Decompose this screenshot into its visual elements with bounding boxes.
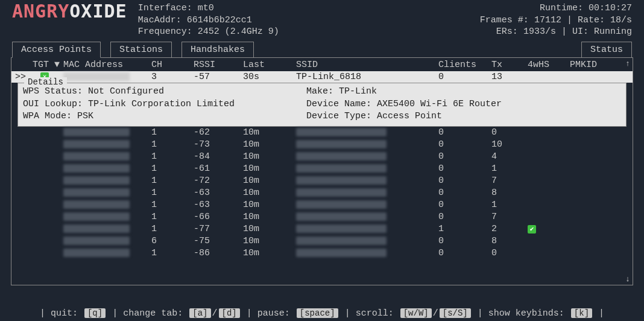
col-ch[interactable]: CH: [151, 60, 194, 70]
cell-clients: 0: [438, 175, 491, 187]
cell-last: 10m: [243, 187, 296, 199]
col-pmkid[interactable]: PMKID: [570, 60, 611, 70]
ssid-redacted: [296, 224, 387, 233]
table-row[interactable]: 1-6110m01: [11, 163, 633, 175]
cell-tx: 8: [491, 235, 528, 247]
cell-4whs: [528, 247, 570, 259]
cell-4whs: [528, 163, 570, 175]
col-last[interactable]: Last: [243, 60, 296, 70]
cell-4whs: [528, 211, 570, 223]
mac-redacted: [63, 237, 130, 245]
table-row[interactable]: 1-7310m010: [11, 139, 633, 151]
cell-tx: 1: [491, 163, 528, 175]
cell-ch: 1: [151, 163, 194, 175]
scroll-down-icon: ↓: [625, 275, 630, 284]
tab-handshakes[interactable]: Handshakes: [182, 42, 254, 58]
cell-clients: 0: [438, 163, 491, 175]
cell-tx: 8: [491, 187, 528, 199]
top-bar: ANGRYOXIDE Interface: mt0 MacAddr: 6614b…: [0, 0, 644, 39]
scroll-label: scroll:: [356, 308, 394, 319]
runtime-value: 00:10:27: [589, 3, 632, 13]
rate-label: Rate:: [578, 15, 605, 25]
scroll-up-icon: ↑: [625, 59, 630, 68]
cell-4whs: [528, 235, 570, 247]
frames-value: 17112: [534, 15, 561, 25]
tab-access-points[interactable]: Access Points: [12, 42, 101, 58]
wpa-value: PSK: [77, 111, 93, 121]
key-q[interactable]: [q]: [84, 308, 106, 318]
cell-rssi: -62: [194, 127, 243, 139]
cell-last: 10m: [243, 139, 296, 151]
col-tgt[interactable]: TGT ▼: [32, 60, 63, 70]
rate-value: 18/s: [610, 15, 632, 25]
tab-status[interactable]: Status: [581, 42, 632, 58]
cell-rssi: -61: [194, 163, 243, 175]
details-panel: Details WPS Status: Not Configured Make:…: [17, 83, 627, 127]
mac-value: 6614b6b22cc1: [187, 15, 252, 25]
cell-last: 10m: [243, 211, 296, 223]
mac-redacted: [63, 249, 130, 257]
cell-rssi: -75: [194, 235, 243, 247]
ssid-redacted: [296, 140, 387, 148]
cell-clients: 0: [438, 187, 491, 199]
cell-last: 30s: [243, 71, 296, 83]
logo-word-angry: ANGRY: [12, 2, 69, 21]
mac-redacted: [63, 200, 130, 209]
table-row[interactable]: 1-8410m04: [11, 151, 633, 163]
col-rssi[interactable]: RSSI: [194, 60, 243, 70]
devtype-label: Device Type:: [306, 111, 371, 121]
header-info-left: Interface: mt0 MacAddr: 6614b6b22cc1 Fre…: [138, 2, 279, 38]
wpa-label: WPA Mode:: [23, 111, 72, 121]
sep: |: [561, 27, 567, 37]
table-row[interactable]: 1-6310m08: [11, 187, 633, 199]
cell-rssi: -73: [194, 139, 243, 151]
key-a[interactable]: [a]: [189, 308, 210, 318]
cell-tx: 7: [491, 211, 528, 223]
wps-label: WPS Status:: [23, 86, 83, 97]
tab-stations[interactable]: Stations: [110, 42, 172, 58]
table-row[interactable]: 1-6210m00: [11, 127, 633, 139]
col-ssid[interactable]: SSID: [296, 60, 438, 70]
ssid-redacted: [296, 212, 387, 221]
key-d[interactable]: [d]: [219, 308, 240, 318]
ssid-redacted: [296, 200, 387, 209]
col-tx[interactable]: Tx: [491, 60, 528, 70]
key-w[interactable]: [w/W]: [400, 308, 432, 318]
mac-redacted: [63, 152, 130, 160]
cell-tx: 7: [491, 175, 528, 187]
col-mac[interactable]: MAC Address: [63, 60, 151, 70]
table-row-selected[interactable]: >> ✕ 3 -57 30s TP-Link_6818 0 13: [11, 71, 633, 83]
col-clients[interactable]: Clients: [438, 60, 491, 70]
cell-ch: 1: [151, 127, 194, 139]
table-row[interactable]: 1-6610m07: [11, 211, 633, 223]
col-4whs[interactable]: 4wHS: [528, 60, 570, 70]
freq-label: Frequency:: [138, 27, 192, 37]
mac-label: MacAddr:: [138, 15, 182, 25]
mac-redacted: [63, 72, 130, 81]
cell-tx: 10: [491, 139, 528, 151]
table-row[interactable]: 1-7210m07: [11, 175, 633, 187]
ssid-redacted: [296, 164, 387, 173]
oui-value: TP-Link Corporation Limited: [88, 99, 235, 109]
cell-clients: 0: [438, 127, 491, 139]
footer-bar: | quit: [q] | change tab: [a]/[d] | paus…: [0, 308, 644, 319]
table-header: TGT ▼ MAC Address CH RSSI Last SSID Clie…: [11, 58, 633, 71]
key-s[interactable]: [s/S]: [440, 308, 471, 318]
cell-tx: 4: [491, 151, 528, 163]
ssid-redacted: [296, 176, 387, 185]
table-row[interactable]: 6-7510m08: [11, 235, 633, 247]
table-row[interactable]: 1-8610m00: [11, 247, 633, 259]
table-row[interactable]: 1-7710m12✔: [11, 223, 633, 235]
tab-bar: Access Points Stations Handshakes Status: [0, 42, 644, 58]
cell-ch: 1: [151, 199, 194, 211]
cell-clients: 0: [438, 235, 491, 247]
key-k[interactable]: [k]: [571, 308, 592, 318]
app-logo: ANGRYOXIDE: [12, 2, 127, 21]
key-space[interactable]: [space]: [297, 308, 338, 318]
quit-label: quit:: [51, 308, 78, 319]
details-title: Details: [24, 77, 67, 87]
cell-rssi: -66: [194, 211, 243, 223]
cell-ch: 6: [151, 235, 194, 247]
ssid-redacted: [296, 152, 387, 160]
table-row[interactable]: 1-6310m01: [11, 199, 633, 211]
